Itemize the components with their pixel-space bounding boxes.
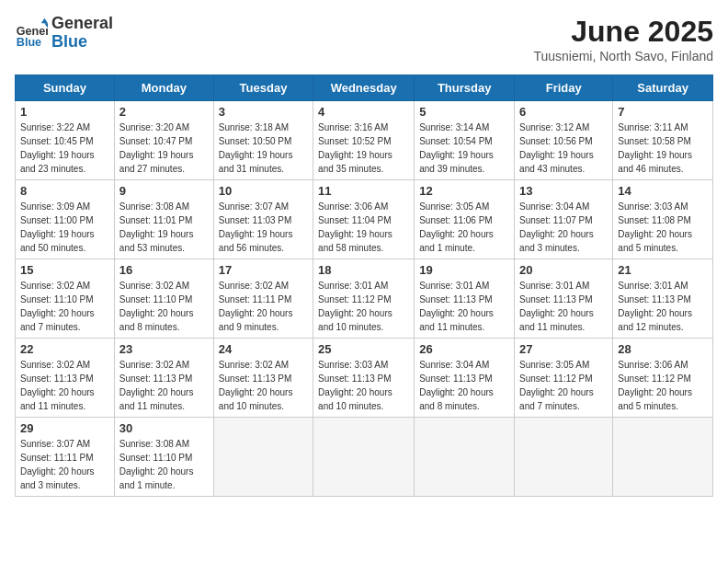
calendar-day-cell: 7Sunrise: 3:11 AMSunset: 10:58 PMDayligh… — [613, 101, 713, 180]
day-of-week-header: Monday — [114, 75, 213, 101]
calendar-day-cell: 23Sunrise: 3:02 AMSunset: 11:13 PMDaylig… — [114, 339, 213, 418]
day-info: Sunrise: 3:11 AMSunset: 10:58 PMDaylight… — [618, 121, 708, 176]
day-info: Sunrise: 3:09 AMSunset: 11:00 PMDaylight… — [20, 200, 109, 255]
day-number: 19 — [419, 263, 509, 277]
day-number: 20 — [519, 263, 608, 277]
day-info: Sunrise: 3:02 AMSunset: 11:13 PMDaylight… — [219, 358, 308, 413]
day-info: Sunrise: 3:07 AMSunset: 11:11 PMDaylight… — [20, 437, 109, 492]
calendar-day-cell — [415, 418, 515, 497]
day-info: Sunrise: 3:12 AMSunset: 10:56 PMDaylight… — [519, 121, 608, 176]
calendar-day-cell: 8Sunrise: 3:09 AMSunset: 11:00 PMDayligh… — [16, 180, 115, 259]
day-info: Sunrise: 3:04 AMSunset: 11:13 PMDaylight… — [419, 358, 509, 413]
calendar-week-row: 1Sunrise: 3:22 AMSunset: 10:45 PMDayligh… — [16, 101, 713, 180]
day-number: 3 — [219, 105, 308, 119]
calendar-day-cell: 17Sunrise: 3:02 AMSunset: 11:11 PMDaylig… — [213, 259, 313, 339]
calendar-day-cell: 10Sunrise: 3:07 AMSunset: 11:03 PMDaylig… — [213, 180, 313, 259]
calendar-day-cell: 25Sunrise: 3:03 AMSunset: 11:13 PMDaylig… — [313, 339, 415, 418]
day-of-week-header: Thursday — [415, 75, 515, 101]
svg-text:Blue: Blue — [17, 35, 41, 48]
day-info: Sunrise: 3:08 AMSunset: 11:10 PMDaylight… — [119, 437, 209, 492]
calendar-day-cell: 27Sunrise: 3:05 AMSunset: 11:12 PMDaylig… — [515, 339, 613, 418]
calendar-day-cell — [313, 418, 415, 497]
day-info: Sunrise: 3:01 AMSunset: 11:13 PMDaylight… — [519, 279, 608, 334]
calendar-day-cell: 19Sunrise: 3:01 AMSunset: 11:13 PMDaylig… — [415, 259, 515, 339]
month-year-title: June 2025 — [533, 15, 713, 49]
day-info: Sunrise: 3:07 AMSunset: 11:03 PMDaylight… — [219, 200, 308, 255]
calendar-day-cell: 24Sunrise: 3:02 AMSunset: 11:13 PMDaylig… — [213, 339, 313, 418]
calendar-day-cell: 6Sunrise: 3:12 AMSunset: 10:56 PMDayligh… — [515, 101, 613, 180]
day-info: Sunrise: 3:02 AMSunset: 11:11 PMDaylight… — [219, 279, 308, 334]
day-number: 18 — [318, 263, 409, 277]
day-info: Sunrise: 3:18 AMSunset: 10:50 PMDaylight… — [219, 121, 308, 176]
calendar-header-row: SundayMondayTuesdayWednesdayThursdayFrid… — [16, 75, 713, 101]
day-number: 23 — [119, 342, 209, 356]
logo-text: General Blue — [51, 15, 113, 52]
logo-blue: Blue — [51, 33, 113, 52]
calendar-week-row: 29Sunrise: 3:07 AMSunset: 11:11 PMDaylig… — [16, 418, 713, 497]
day-number: 12 — [419, 184, 509, 198]
day-number: 15 — [20, 263, 109, 277]
day-info: Sunrise: 3:03 AMSunset: 11:08 PMDaylight… — [618, 200, 708, 255]
day-number: 6 — [519, 105, 608, 119]
calendar-day-cell: 20Sunrise: 3:01 AMSunset: 11:13 PMDaylig… — [515, 259, 613, 339]
day-info: Sunrise: 3:01 AMSunset: 11:12 PMDaylight… — [318, 279, 409, 334]
day-info: Sunrise: 3:04 AMSunset: 11:07 PMDaylight… — [519, 200, 608, 255]
day-info: Sunrise: 3:02 AMSunset: 11:13 PMDaylight… — [20, 358, 109, 413]
day-info: Sunrise: 3:06 AMSunset: 11:12 PMDaylight… — [618, 358, 708, 413]
day-info: Sunrise: 3:14 AMSunset: 10:54 PMDaylight… — [419, 121, 509, 176]
day-info: Sunrise: 3:02 AMSunset: 11:10 PMDaylight… — [119, 279, 209, 334]
day-number: 21 — [618, 263, 708, 277]
calendar-week-row: 8Sunrise: 3:09 AMSunset: 11:00 PMDayligh… — [16, 180, 713, 259]
calendar-week-row: 22Sunrise: 3:02 AMSunset: 11:13 PMDaylig… — [16, 339, 713, 418]
calendar-week-row: 15Sunrise: 3:02 AMSunset: 11:10 PMDaylig… — [16, 259, 713, 339]
day-number: 24 — [219, 342, 308, 356]
day-number: 1 — [20, 105, 109, 119]
svg-marker-2 — [41, 18, 48, 23]
day-info: Sunrise: 3:02 AMSunset: 11:10 PMDaylight… — [20, 279, 109, 334]
day-info: Sunrise: 3:01 AMSunset: 11:13 PMDaylight… — [618, 279, 708, 334]
day-info: Sunrise: 3:05 AMSunset: 11:12 PMDaylight… — [519, 358, 608, 413]
calendar-day-cell: 14Sunrise: 3:03 AMSunset: 11:08 PMDaylig… — [613, 180, 713, 259]
day-info: Sunrise: 3:01 AMSunset: 11:13 PMDaylight… — [419, 279, 509, 334]
calendar-day-cell: 1Sunrise: 3:22 AMSunset: 10:45 PMDayligh… — [16, 101, 115, 180]
day-number: 9 — [119, 184, 209, 198]
title-block: June 2025 Tuusniemi, North Savo, Finland — [533, 15, 713, 63]
day-info: Sunrise: 3:03 AMSunset: 11:13 PMDaylight… — [318, 358, 409, 413]
day-of-week-header: Wednesday — [313, 75, 415, 101]
calendar-day-cell: 30Sunrise: 3:08 AMSunset: 11:10 PMDaylig… — [114, 418, 213, 497]
day-info: Sunrise: 3:16 AMSunset: 10:52 PMDaylight… — [318, 121, 409, 176]
day-info: Sunrise: 3:05 AMSunset: 11:06 PMDaylight… — [419, 200, 509, 255]
calendar-day-cell — [515, 418, 613, 497]
day-of-week-header: Friday — [515, 75, 613, 101]
calendar-day-cell: 4Sunrise: 3:16 AMSunset: 10:52 PMDayligh… — [313, 101, 415, 180]
calendar-day-cell: 22Sunrise: 3:02 AMSunset: 11:13 PMDaylig… — [16, 339, 115, 418]
day-number: 2 — [119, 105, 209, 119]
calendar-day-cell: 12Sunrise: 3:05 AMSunset: 11:06 PMDaylig… — [415, 180, 515, 259]
calendar-day-cell: 18Sunrise: 3:01 AMSunset: 11:12 PMDaylig… — [313, 259, 415, 339]
calendar-day-cell: 13Sunrise: 3:04 AMSunset: 11:07 PMDaylig… — [515, 180, 613, 259]
day-number: 13 — [519, 184, 608, 198]
day-number: 17 — [219, 263, 308, 277]
calendar-day-cell: 9Sunrise: 3:08 AMSunset: 11:01 PMDayligh… — [114, 180, 213, 259]
day-number: 5 — [419, 105, 509, 119]
day-info: Sunrise: 3:08 AMSunset: 11:01 PMDaylight… — [119, 200, 209, 255]
logo: General Blue General Blue — [15, 15, 113, 52]
day-number: 8 — [20, 184, 109, 198]
day-of-week-header: Tuesday — [213, 75, 313, 101]
day-number: 26 — [419, 342, 509, 356]
calendar-day-cell: 5Sunrise: 3:14 AMSunset: 10:54 PMDayligh… — [415, 101, 515, 180]
day-number: 25 — [318, 342, 409, 356]
logo-icon: General Blue — [15, 17, 48, 50]
day-number: 22 — [20, 342, 109, 356]
calendar-day-cell: 2Sunrise: 3:20 AMSunset: 10:47 PMDayligh… — [114, 101, 213, 180]
day-info: Sunrise: 3:22 AMSunset: 10:45 PMDaylight… — [20, 121, 109, 176]
calendar-day-cell: 11Sunrise: 3:06 AMSunset: 11:04 PMDaylig… — [313, 180, 415, 259]
calendar-table: SundayMondayTuesdayWednesdayThursdayFrid… — [15, 75, 713, 497]
calendar-day-cell: 21Sunrise: 3:01 AMSunset: 11:13 PMDaylig… — [613, 259, 713, 339]
location-subtitle: Tuusniemi, North Savo, Finland — [533, 49, 713, 63]
calendar-day-cell: 29Sunrise: 3:07 AMSunset: 11:11 PMDaylig… — [16, 418, 115, 497]
day-number: 29 — [20, 421, 109, 435]
calendar-day-cell: 3Sunrise: 3:18 AMSunset: 10:50 PMDayligh… — [213, 101, 313, 180]
day-info: Sunrise: 3:02 AMSunset: 11:13 PMDaylight… — [119, 358, 209, 413]
day-number: 27 — [519, 342, 608, 356]
